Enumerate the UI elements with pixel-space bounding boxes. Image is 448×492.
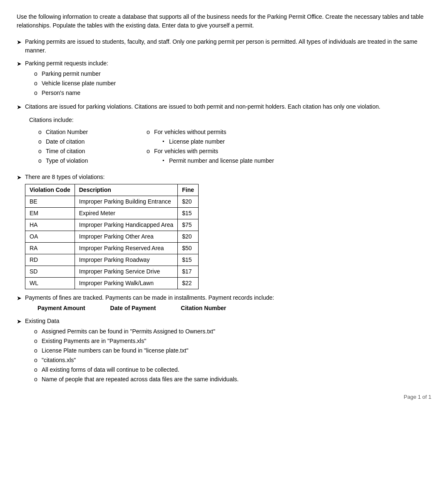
section-citations-issued: ➤ Citations are issued for parking viola… [17,102,431,112]
arrow-icon-2: ➤ [17,60,22,68]
violation-fine: $17 [178,266,199,278]
without-permits-sub-list: License plate number [154,137,431,146]
violation-code: RA [25,243,75,254]
list-item: Person's name [33,89,431,97]
violation-description: Expired Meter [75,208,177,219]
violations-table: Violation Code Description Fine BE Impro… [25,184,199,289]
arrow-icon-4: ➤ [17,173,22,182]
violation-fine: $20 [178,196,199,208]
list-item: Existing Payments are in "Payments.xls" [33,337,431,345]
table-header-row: Violation Code Description Fine [25,184,199,196]
payment-amount-label: Payment Amount [37,304,85,313]
violation-fine: $15 [178,208,199,219]
section-permit-requests: ➤ Parking permit requests include: Parki… [17,59,431,98]
citations-left-list: Citation Number Date of citation Time of… [29,128,121,165]
list-item: License Plate numbers can be found in "l… [33,346,431,355]
citations-issued-text: Citations are issued for parking violati… [25,103,381,110]
violation-description: Improper Parking Handicapped Area [75,219,177,231]
permits-issued-text: Parking permits are issued to students, … [25,38,418,54]
table-row: BE Improper Parking Building Entrance $2… [25,196,199,208]
violation-description: Improper Parking Reserved Area [75,243,177,254]
violation-fine: $20 [178,231,199,243]
violation-fine: $50 [178,243,199,254]
page-number: Page 1 of 1 [404,394,432,400]
violation-code: EM [25,208,75,219]
section-citations-include: Citations include: Citation Number Date … [17,116,431,166]
list-item: All existing forms of data will continue… [33,365,431,374]
violation-description: Improper Parking Building Entrance [75,196,177,208]
table-row: RA Improper Parking Reserved Area $50 [25,243,199,254]
list-item: License plate number [162,137,431,146]
table-row: EM Expired Meter $15 [25,208,199,219]
table-row: OA Improper Parking Other Area $20 [25,231,199,243]
arrow-icon-1: ➤ [17,38,22,47]
violation-fine: $15 [178,254,199,266]
violation-code: BE [25,196,75,208]
list-item: Citation Number [37,128,121,137]
violations-table-body: BE Improper Parking Building Entrance $2… [25,196,199,289]
citations-include-label: Citations include: [29,116,431,124]
citations-layout: Citation Number Date of citation Time of… [29,126,431,166]
existing-data-label: Existing Data [25,318,59,324]
citations-left-column: Citation Number Date of citation Time of… [29,126,121,166]
intro-paragraph: Use the following information to create … [17,12,431,30]
list-item: For vehicles without permits License pla… [146,128,431,146]
arrow-icon-3: ➤ [17,103,22,112]
col-header-code: Violation Code [25,184,75,196]
violation-description: Improper Parking Walk/Lawn [75,278,177,289]
list-item: Date of citation [37,137,121,146]
payment-fields: Payment Amount Date of Payment Citation … [25,304,431,313]
list-item: Permit number and license plate number [162,157,431,165]
table-row: SD Improper Parking Service Drive $17 [25,266,199,278]
list-item: Time of citation [37,147,121,156]
citations-right-column: For vehicles without permits License pla… [137,126,431,166]
section-violations: ➤ There are 8 types of violations: Viola… [17,173,431,289]
violation-code: RD [25,254,75,266]
section-payments: ➤ Payments of fines are tracked. Payment… [17,293,431,313]
violation-description: Improper Parking Other Area [75,231,177,243]
with-permits-sub-list: Permit number and license plate number [154,157,431,165]
col-header-description: Description [75,184,177,196]
table-row: RD Improper Parking Roadway $15 [25,254,199,266]
violation-description: Improper Parking Roadway [75,254,177,266]
citations-right-list: For vehicles without permits License pla… [137,128,431,165]
list-item: Type of violation [37,157,121,165]
list-item: For vehicles with permits Permit number … [146,147,431,165]
list-item: Vehicle license plate number [33,79,431,88]
page-footer: Page 1 of 1 [17,393,431,401]
payment-date-label: Date of Payment [110,304,156,313]
violation-fine: $22 [178,278,199,289]
violation-fine: $75 [178,219,199,231]
payments-text: Payments of fines are tracked. Payments … [25,293,431,302]
permit-requests-list: Parking permit number Vehicle license pl… [25,70,431,97]
section-existing-data: ➤ Existing Data Assigned Permits can be … [17,317,431,385]
table-row: WL Improper Parking Walk/Lawn $22 [25,278,199,289]
arrow-icon-5: ➤ [17,294,22,303]
list-item: Parking permit number [33,70,431,78]
list-item: Assigned Permits can be found in "Permit… [33,327,431,336]
violation-code: WL [25,278,75,289]
violation-code: HA [25,219,75,231]
violation-code: OA [25,231,75,243]
col-header-fine: Fine [178,184,199,196]
section-permits-issued: ➤ Parking permits are issued to students… [17,37,431,55]
list-item: Name of people that are repeated across … [33,375,431,384]
existing-data-list: Assigned Permits can be found in "Permit… [25,327,431,384]
violation-description: Improper Parking Service Drive [75,266,177,278]
arrow-icon-6: ➤ [17,317,22,326]
list-item: "citations.xls" [33,356,431,365]
table-row: HA Improper Parking Handicapped Area $75 [25,219,199,231]
violations-label: There are 8 types of violations: [25,173,431,181]
payment-citation-label: Citation Number [181,304,226,313]
permit-requests-label: Parking permit requests include: [25,60,108,67]
violation-code: SD [25,266,75,278]
